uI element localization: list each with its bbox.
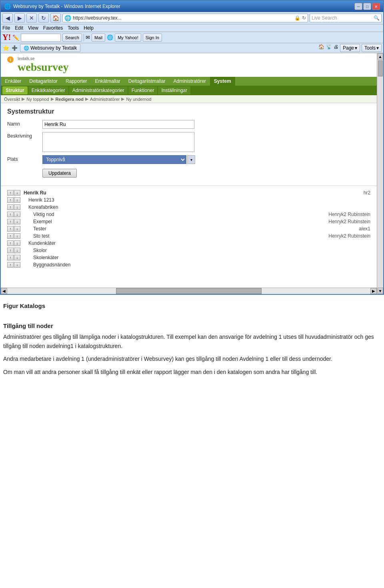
node-owner-0: hr2	[364, 190, 370, 196]
breadcrumb-item-4[interactable]: Ny undernod	[126, 97, 151, 102]
move-up-9[interactable]: ↑	[7, 255, 14, 260]
move-up-6[interactable]: ↑	[7, 233, 14, 239]
move-btns-9: ↑ ↓	[7, 255, 20, 260]
nav-system[interactable]: System	[210, 77, 235, 86]
subnav-funktioner[interactable]: Funktioner	[128, 86, 158, 94]
nav-deltagarlistor[interactable]: Deltagarlistor	[25, 77, 62, 86]
signin-button[interactable]: Sign In	[143, 34, 162, 42]
move-down-4[interactable]: ↓	[14, 219, 20, 224]
subnav-struktur[interactable]: Struktur	[2, 86, 28, 94]
table-row: ↑ ↓ Exempel Henryk2 Rubinstein	[7, 218, 370, 225]
live-search-text: Live Search	[312, 15, 337, 21]
nav-enkatmallar[interactable]: Enkätmallar	[91, 77, 124, 86]
breadcrumb-arrow-1: ▶	[51, 96, 54, 102]
scroll-thumb-h[interactable]	[116, 288, 261, 294]
move-up-7[interactable]: ↑	[7, 240, 14, 246]
node-name-6: Sto test	[24, 233, 112, 239]
lock-icon: 🔒	[294, 15, 300, 21]
desc-label: Beskrivning	[7, 132, 39, 139]
breadcrumb-item-3[interactable]: Administratörer	[90, 97, 120, 102]
ie-nav-icon: 🌐	[64, 15, 71, 21]
move-up-1[interactable]: ↑	[7, 197, 14, 203]
nav-deltagarlistmallar[interactable]: Deltagarlistmallar	[124, 77, 170, 86]
scroll-right-arrow[interactable]: ▶	[370, 288, 377, 294]
scroll-thumb-v[interactable]	[378, 60, 383, 76]
move-down-1[interactable]: ↓	[14, 197, 20, 203]
btn-spacer	[7, 167, 39, 168]
nav-rapporter[interactable]: Rapporter	[62, 77, 91, 86]
move-down-8[interactable]: ↓	[14, 248, 20, 253]
refresh-button[interactable]: ↻	[38, 13, 49, 23]
stop-button[interactable]: ✕	[26, 13, 37, 23]
subnav-enkatkategorier[interactable]: Enkätkategorier	[28, 86, 68, 94]
menu-tools[interactable]: Tools	[68, 25, 79, 31]
move-up-8[interactable]: ↑	[7, 248, 14, 253]
table-row: ↑ ↓ Henrik Ru hr2	[7, 189, 370, 196]
nav-administratorer[interactable]: Administratörer	[170, 77, 210, 86]
breadcrumb-item-1[interactable]: Ny toppnod	[26, 97, 49, 102]
menu-favorites[interactable]: Favorites	[43, 25, 63, 31]
data-table: ↑ ↓ Henrik Ru hr2 ↑ ↓ Henrik 1213	[1, 186, 377, 288]
yahoo-search-input[interactable]	[21, 34, 61, 42]
plats-select-btn[interactable]: ▾	[187, 155, 195, 164]
move-down-6[interactable]: ↓	[14, 233, 20, 239]
move-down-9[interactable]: ↓	[14, 255, 20, 260]
page-dropdown-label: Page	[343, 45, 354, 51]
table-row: ↑ ↓ Skolenkäter	[7, 254, 370, 261]
name-input[interactable]	[42, 120, 194, 129]
breadcrumb-arrow-2: ▶	[85, 96, 88, 102]
browser-window: 🌐 Websurvey by Textalk - Windows Interne…	[0, 0, 384, 295]
tools-dropdown[interactable]: Tools ▾	[362, 44, 382, 52]
scroll-track-h[interactable]	[7, 288, 370, 294]
yahoo-logo-icon: 🌐	[107, 34, 113, 40]
move-up-4[interactable]: ↑	[7, 219, 14, 224]
address-bar[interactable]: 🌐 https://websurvey.tex... 🔒 ↻	[62, 14, 308, 22]
move-down-5[interactable]: ↓	[14, 226, 20, 232]
caption-para-1: Administratörer ges tillgång till lämpli…	[3, 332, 381, 350]
myyahoo-button[interactable]: My Yahoo!	[115, 34, 141, 42]
move-up-3[interactable]: ↑	[7, 212, 14, 217]
scroll-down-arrow[interactable]: ▼	[378, 288, 383, 294]
move-down-10[interactable]: ↓	[14, 262, 20, 268]
minimize-button[interactable]: ─	[354, 3, 362, 10]
mail-button[interactable]: Mail	[92, 34, 105, 42]
breadcrumb-item-2[interactable]: Redigera nod	[56, 97, 84, 102]
plats-select[interactable]: Toppnivå	[42, 155, 186, 164]
search-button[interactable]: Search	[62, 34, 82, 42]
live-search-box[interactable]: Live Search 🔍	[310, 14, 382, 22]
fav-link-websurvey[interactable]: 🌐 Websurvey by Textalk	[20, 44, 80, 52]
scroll-left-arrow[interactable]: ◀	[1, 288, 7, 294]
subnav-installningar[interactable]: Inställningar	[158, 86, 190, 94]
back-button[interactable]: ◀	[2, 13, 13, 23]
node-owner-4: Henryk2 Rubinstein	[328, 219, 370, 224]
move-up-10[interactable]: ↑	[7, 262, 14, 268]
breadcrumb-item-0[interactable]: Översikt	[4, 97, 20, 102]
menu-help[interactable]: Help	[84, 25, 94, 31]
caption-para-2: Andra medarbetare i avdelning 1 (underad…	[3, 354, 381, 363]
close-button[interactable]: ✕	[372, 3, 380, 10]
menu-edit[interactable]: Edit	[15, 25, 23, 31]
move-btns-2: ↑ ↓	[7, 204, 20, 210]
move-up-0[interactable]: ↑	[7, 190, 14, 196]
restore-button[interactable]: □	[363, 3, 371, 10]
move-down-7[interactable]: ↓	[14, 240, 20, 246]
move-down-2[interactable]: ↓	[14, 204, 20, 210]
move-up-2[interactable]: ↑	[7, 204, 14, 210]
subnav-adminkat[interactable]: Administratörskategorier	[69, 86, 128, 94]
forward-button[interactable]: ▶	[14, 13, 25, 23]
home-button[interactable]: 🏠	[50, 13, 61, 23]
scroll-up-arrow[interactable]: ▲	[378, 53, 383, 60]
move-down-0[interactable]: ↓	[14, 190, 20, 196]
star-icon: ⭐	[2, 45, 9, 51]
desc-textarea[interactable]	[42, 132, 194, 152]
menu-view[interactable]: View	[28, 25, 38, 31]
move-up-5[interactable]: ↑	[7, 226, 14, 232]
menu-file[interactable]: File	[2, 25, 10, 31]
section-title: Tillgång till noder	[3, 321, 381, 331]
nav-enkater[interactable]: Enkäter	[1, 77, 25, 86]
move-btns-8: ↑ ↓	[7, 248, 20, 253]
page-dropdown[interactable]: Page ▾	[340, 44, 360, 52]
sub-nav: Struktur Enkätkategorier Administratörsk…	[1, 86, 377, 95]
update-button[interactable]: Uppdatera	[42, 169, 77, 178]
move-down-3[interactable]: ↓	[14, 212, 20, 217]
